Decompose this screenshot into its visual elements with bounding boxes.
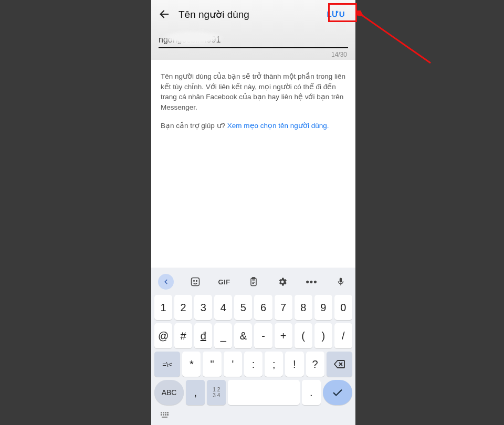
app-header: Tên người dùng LƯU bbox=[151, 0, 355, 28]
key-8[interactable]: 8 bbox=[295, 295, 312, 320]
key-0[interactable]: 0 bbox=[334, 295, 352, 320]
key-space[interactable] bbox=[228, 380, 299, 405]
save-button[interactable]: LƯU bbox=[324, 7, 349, 21]
key-underscore[interactable]: _ bbox=[214, 323, 232, 348]
keyboard-row-1: 1 2 3 4 5 6 7 8 9 0 bbox=[154, 295, 353, 320]
svg-rect-16 bbox=[161, 414, 162, 416]
username-input-area: ngongocbinh991 14/30 bbox=[151, 28, 355, 60]
back-button[interactable] bbox=[159, 8, 170, 20]
key-7[interactable]: 7 bbox=[275, 295, 292, 320]
key-symbols-shift[interactable]: =\< bbox=[154, 352, 180, 377]
sticker-icon[interactable] bbox=[187, 274, 203, 290]
svg-rect-17 bbox=[163, 414, 164, 416]
settings-icon[interactable] bbox=[275, 274, 290, 290]
svg-rect-14 bbox=[165, 412, 166, 413]
key-lparen[interactable]: ( bbox=[295, 323, 312, 348]
svg-rect-9 bbox=[340, 284, 341, 285]
key-abc[interactable]: ABC bbox=[154, 380, 184, 405]
key-backspace[interactable] bbox=[327, 352, 352, 377]
key-3[interactable]: 3 bbox=[194, 295, 212, 320]
help-link[interactable]: Xem mẹo chọn tên người dùng. bbox=[227, 122, 329, 130]
redaction-blur bbox=[162, 30, 224, 45]
svg-rect-19 bbox=[167, 414, 169, 416]
key-colon[interactable]: : bbox=[244, 352, 262, 377]
svg-rect-20 bbox=[162, 417, 167, 418]
key-dquote[interactable]: " bbox=[203, 352, 221, 377]
key-numpad[interactable]: 1 2 3 4 bbox=[207, 380, 226, 405]
key-2[interactable]: 2 bbox=[174, 295, 192, 320]
keyboard-dock-icon[interactable] bbox=[160, 411, 171, 421]
key-at[interactable]: @ bbox=[154, 323, 172, 348]
annotation-arrow bbox=[357, 10, 436, 68]
keyboard-collapse-button[interactable] bbox=[158, 274, 174, 290]
key-question[interactable]: ? bbox=[306, 352, 324, 377]
keyboard-toolbar: GIF ••• bbox=[154, 271, 353, 295]
svg-rect-15 bbox=[167, 412, 169, 413]
key-comma[interactable]: , bbox=[186, 380, 205, 405]
key-5[interactable]: 5 bbox=[234, 295, 252, 320]
key-squote[interactable]: ' bbox=[224, 352, 242, 377]
gif-button[interactable]: GIF bbox=[216, 274, 232, 290]
key-hash[interactable]: # bbox=[174, 323, 192, 348]
soft-keyboard: GIF ••• 1 2 3 4 5 6 7 8 9 0 @ # bbox=[151, 268, 355, 425]
key-dot[interactable]: . bbox=[302, 380, 321, 405]
keyboard-footer bbox=[154, 408, 353, 421]
svg-point-2 bbox=[193, 281, 194, 282]
key-amp[interactable]: & bbox=[234, 323, 252, 348]
svg-rect-12 bbox=[161, 412, 162, 413]
key-d[interactable]: đ bbox=[194, 323, 212, 348]
more-icon[interactable]: ••• bbox=[304, 274, 320, 290]
key-1[interactable]: 1 bbox=[154, 295, 172, 320]
phone-frame: Tên người dùng LƯU ngongocbinh991 14/30 … bbox=[151, 0, 355, 425]
description-block: Tên người dùng của bạn sẽ trở thành một … bbox=[151, 60, 355, 131]
keyboard-row-3: =\< * " ' : ; ! ? bbox=[154, 352, 353, 377]
key-6[interactable]: 6 bbox=[254, 295, 272, 320]
key-bang[interactable]: ! bbox=[285, 352, 303, 377]
key-enter[interactable] bbox=[323, 380, 352, 405]
page-title: Tên người dùng bbox=[178, 8, 316, 20]
clipboard-icon[interactable] bbox=[246, 274, 261, 290]
key-plus[interactable]: + bbox=[275, 323, 292, 348]
key-slash[interactable]: / bbox=[334, 323, 352, 348]
key-9[interactable]: 9 bbox=[314, 295, 332, 320]
svg-line-21 bbox=[361, 15, 430, 63]
key-4[interactable]: 4 bbox=[214, 295, 232, 320]
key-rparen[interactable]: ) bbox=[314, 323, 332, 348]
username-field[interactable]: ngongocbinh991 bbox=[159, 33, 348, 48]
mic-icon[interactable] bbox=[333, 274, 349, 290]
svg-rect-1 bbox=[191, 278, 199, 286]
key-semicolon[interactable]: ; bbox=[265, 352, 283, 377]
help-prompt: Bạn cần trợ giúp ư? bbox=[161, 122, 227, 130]
help-row: Bạn cần trợ giúp ư? Xem mẹo chọn tên ngư… bbox=[161, 121, 346, 131]
key-star[interactable]: * bbox=[182, 352, 201, 377]
svg-point-3 bbox=[196, 281, 197, 282]
key-minus[interactable]: - bbox=[254, 323, 272, 348]
char-counter: 14/30 bbox=[159, 48, 348, 58]
content-spacer bbox=[151, 131, 355, 268]
keyboard-row-4: ABC , 1 2 3 4 . bbox=[154, 380, 353, 405]
svg-rect-13 bbox=[163, 412, 164, 413]
svg-rect-18 bbox=[165, 414, 166, 416]
description-text: Tên người dùng của bạn sẽ trở thành một … bbox=[161, 71, 346, 112]
keyboard-row-2: @ # đ _ & - + ( ) / bbox=[154, 323, 353, 348]
